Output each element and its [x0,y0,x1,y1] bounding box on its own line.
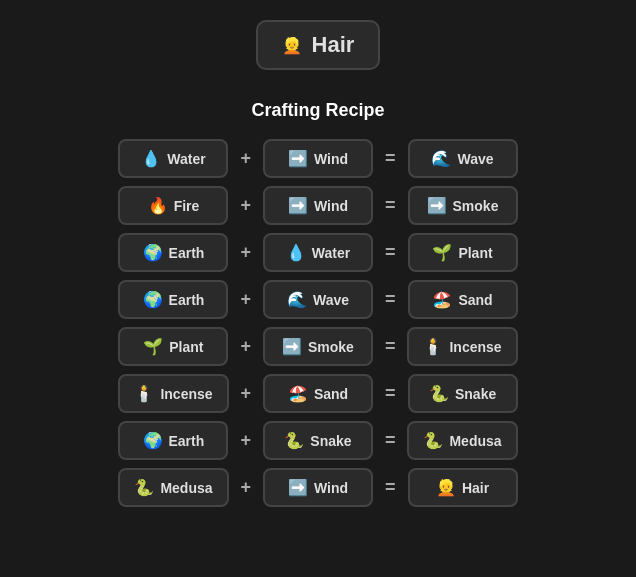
row1-input2-emoji: ➡️ [288,196,308,215]
row1-input2-badge[interactable]: ➡️Wind [263,186,373,225]
row6-plus-operator: + [238,430,253,451]
row2-output-badge[interactable]: 🌱Plant [408,233,518,272]
section-title: Crafting Recipe [251,100,384,121]
row1-plus-operator: + [238,195,253,216]
row1-input1-emoji: 🔥 [148,196,168,215]
row7-input2-badge[interactable]: ➡️Wind [263,468,373,507]
row5-plus-operator: + [239,383,254,404]
recipe-row: 🔥Fire+➡️Wind=➡️Smoke [118,186,517,225]
header-badge: 👱 Hair [256,20,381,70]
recipe-row: 💧Water+➡️Wind=🌊Wave [118,139,517,178]
row7-input1-emoji: 🐍 [134,478,154,497]
row4-input1-label: Plant [169,339,203,355]
row2-input2-label: Water [312,245,350,261]
row2-input2-emoji: 💧 [286,243,306,262]
row0-input1-emoji: 💧 [141,149,161,168]
row7-output-badge[interactable]: 👱Hair [408,468,518,507]
row6-input1-emoji: 🌍 [143,431,163,450]
row7-input1-badge[interactable]: 🐍Medusa [118,468,228,507]
row0-input2-label: Wind [314,151,348,167]
row6-output-emoji: 🐍 [423,431,443,450]
row0-plus-operator: + [238,148,253,169]
row5-equals-operator: = [383,383,398,404]
row6-output-label: Medusa [449,433,501,449]
row4-input1-emoji: 🌱 [143,337,163,356]
row1-input1-label: Fire [174,198,200,214]
recipe-row: 🌍Earth+💧Water=🌱Plant [118,233,517,272]
row5-input2-badge[interactable]: 🏖️Sand [263,374,373,413]
row3-input1-badge[interactable]: 🌍Earth [118,280,228,319]
row2-input1-label: Earth [169,245,205,261]
row3-input2-badge[interactable]: 🌊Wave [263,280,373,319]
row1-output-emoji: ➡️ [427,196,447,215]
recipe-row: 🕯️Incense+🏖️Sand=🐍Snake [118,374,517,413]
recipe-row: 🌍Earth+🌊Wave=🏖️Sand [118,280,517,319]
row6-input2-emoji: 🐍 [284,431,304,450]
row2-output-label: Plant [458,245,492,261]
row1-equals-operator: = [383,195,398,216]
row6-output-badge[interactable]: 🐍Medusa [407,421,517,460]
row3-output-label: Sand [458,292,492,308]
row4-equals-operator: = [383,336,398,357]
row0-input2-emoji: ➡️ [288,149,308,168]
row7-input2-emoji: ➡️ [288,478,308,497]
row0-output-badge[interactable]: 🌊Wave [408,139,518,178]
recipes-container: 💧Water+➡️Wind=🌊Wave🔥Fire+➡️Wind=➡️Smoke🌍… [118,139,517,507]
row0-input1-label: Water [167,151,205,167]
row3-output-emoji: 🏖️ [432,290,452,309]
row7-plus-operator: + [239,477,254,498]
row3-input2-label: Wave [313,292,349,308]
row7-output-label: Hair [462,480,489,496]
row4-input2-emoji: ➡️ [282,337,302,356]
row7-equals-operator: = [383,477,398,498]
header-label: Hair [312,32,355,58]
row0-input1-badge[interactable]: 💧Water [118,139,228,178]
row0-output-label: Wave [457,151,493,167]
row2-input1-emoji: 🌍 [143,243,163,262]
recipe-row: 🌍Earth+🐍Snake=🐍Medusa [118,421,517,460]
row5-output-label: Snake [455,386,496,402]
row3-input1-emoji: 🌍 [143,290,163,309]
row2-input1-badge[interactable]: 🌍Earth [118,233,228,272]
row6-input1-badge[interactable]: 🌍Earth [118,421,228,460]
row5-input2-emoji: 🏖️ [288,384,308,403]
row7-output-emoji: 👱 [436,478,456,497]
row5-input1-badge[interactable]: 🕯️Incense [118,374,228,413]
row7-input2-label: Wind [314,480,348,496]
row0-equals-operator: = [383,148,398,169]
row4-output-label: Incense [449,339,501,355]
row6-input1-label: Earth [169,433,205,449]
row4-plus-operator: + [238,336,253,357]
row2-input2-badge[interactable]: 💧Water [263,233,373,272]
row3-input1-label: Earth [169,292,205,308]
row6-equals-operator: = [383,430,398,451]
row5-input1-emoji: 🕯️ [134,384,154,403]
row4-input1-badge[interactable]: 🌱Plant [118,327,228,366]
row3-plus-operator: + [238,289,253,310]
row0-input2-badge[interactable]: ➡️Wind [263,139,373,178]
row4-output-badge[interactable]: 🕯️Incense [407,327,517,366]
row2-output-emoji: 🌱 [432,243,452,262]
row1-output-badge[interactable]: ➡️Smoke [408,186,518,225]
recipe-row: 🌱Plant+➡️Smoke=🕯️Incense [118,327,517,366]
row6-input2-label: Snake [310,433,351,449]
row1-input2-label: Wind [314,198,348,214]
row2-equals-operator: = [383,242,398,263]
row1-input1-badge[interactable]: 🔥Fire [118,186,228,225]
row4-input2-label: Smoke [308,339,354,355]
header-emoji: 👱 [282,36,302,55]
row2-plus-operator: + [238,242,253,263]
row5-input1-label: Incense [160,386,212,402]
row3-input2-emoji: 🌊 [287,290,307,309]
row3-output-badge[interactable]: 🏖️Sand [408,280,518,319]
row4-output-emoji: 🕯️ [423,337,443,356]
row3-equals-operator: = [383,289,398,310]
row4-input2-badge[interactable]: ➡️Smoke [263,327,373,366]
row6-input2-badge[interactable]: 🐍Snake [263,421,373,460]
row7-input1-label: Medusa [160,480,212,496]
row5-output-emoji: 🐍 [429,384,449,403]
recipe-row: 🐍Medusa+➡️Wind=👱Hair [118,468,517,507]
row5-output-badge[interactable]: 🐍Snake [408,374,518,413]
row0-output-emoji: 🌊 [431,149,451,168]
row1-output-label: Smoke [453,198,499,214]
